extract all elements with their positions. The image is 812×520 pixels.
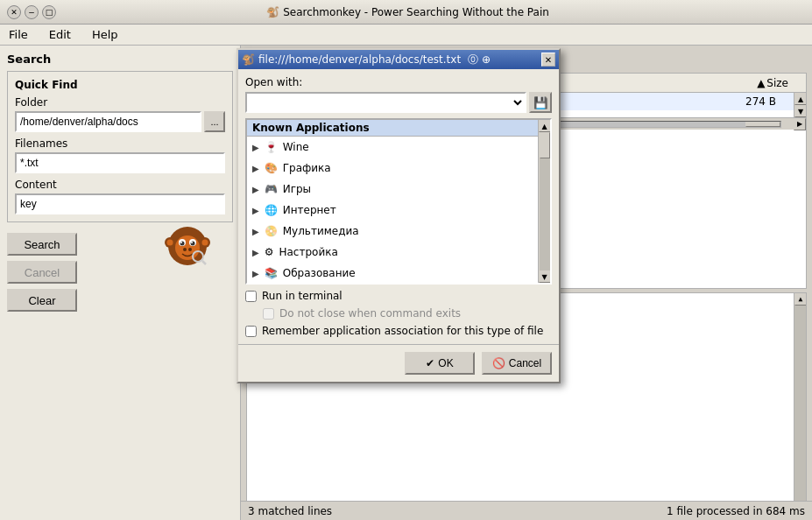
multimedia-icon: 📀 — [265, 225, 278, 237]
dialog-close-button[interactable]: ✕ — [541, 53, 555, 67]
ok-label: OK — [438, 357, 453, 369]
open-with-select[interactable] — [245, 92, 526, 113]
dialog-cancel-button[interactable]: 🚫 Cancel — [482, 352, 552, 375]
cancel-icon: 🚫 — [492, 357, 505, 369]
app-list-header: Known Applications — [247, 120, 538, 137]
games-icon: 🎮 — [265, 183, 278, 195]
dialog-overlay: 🐒 file:///home/denver/alpha/docs/test.tx… — [0, 0, 812, 520]
expand-arrow: ▶ — [252, 164, 259, 173]
no-close-row: Do not close when command exits — [245, 307, 552, 320]
expand-arrow: ▶ — [252, 206, 259, 215]
app-name: Игры — [283, 183, 311, 195]
dialog-body: Open with: 💾 Known Applications ▶ 🍷 Wine — [238, 69, 559, 344]
remember-row: Remember application association for thi… — [245, 325, 552, 337]
open-with-label: Open with: — [245, 76, 552, 88]
remember-checkbox[interactable] — [245, 326, 257, 337]
dialog-ok-button[interactable]: ✔ OK — [405, 352, 475, 375]
app-name: Интернет — [283, 204, 336, 216]
expand-arrow: ▶ — [252, 269, 259, 278]
list-scroll-up[interactable]: ▲ — [539, 120, 551, 132]
dialog-title-icons: ⓪ ⊕ — [468, 53, 491, 67]
app-item-graphics[interactable]: ▶ 🎨 Графика — [247, 158, 538, 179]
app-name: Образование — [283, 267, 356, 279]
app-item-settings[interactable]: ▶ ⚙ Настройка — [247, 242, 538, 263]
settings-icon: ⚙ — [265, 246, 274, 258]
app-name: Wine — [283, 141, 309, 153]
dialog-icon: 🐒 — [242, 53, 255, 66]
no-close-checkbox[interactable] — [263, 308, 274, 320]
run-terminal-checkbox[interactable] — [245, 291, 257, 302]
app-name: Настройка — [279, 246, 337, 258]
expand-arrow: ▶ — [252, 143, 259, 152]
open-with-dialog: 🐒 file:///home/denver/alpha/docs/test.tx… — [237, 48, 561, 383]
remember-label: Remember application association for thi… — [262, 325, 543, 337]
dialog-title-text: file:///home/denver/alpha/docs/test.txt — [258, 53, 461, 66]
wine-icon: 🍷 — [265, 141, 278, 153]
save-icon: 💾 — [533, 96, 548, 109]
save-association-button[interactable]: 💾 — [529, 92, 552, 113]
app-list-container: Known Applications ▶ 🍷 Wine ▶ 🎨 Графика … — [245, 118, 552, 285]
expand-arrow: ▶ — [252, 248, 259, 257]
no-close-label: Do not close when command exits — [279, 307, 461, 320]
graphics-icon: 🎨 — [265, 162, 278, 174]
app-name: Мультимедиа — [283, 225, 359, 237]
ok-icon: ✔ — [426, 357, 434, 369]
list-scroll-down[interactable]: ▼ — [539, 271, 551, 283]
list-scrollbar: ▲ ▼ — [538, 120, 550, 283]
app-name: Графика — [283, 162, 331, 174]
app-item-internet[interactable]: ▶ 🌐 Интернет — [247, 200, 538, 221]
app-item-games[interactable]: ▶ 🎮 Игры — [247, 179, 538, 200]
app-item-education[interactable]: ▶ 📚 Образование — [247, 263, 538, 283]
list-scroll-track — [540, 132, 550, 271]
app-item-wine[interactable]: ▶ 🍷 Wine — [247, 137, 538, 158]
expand-arrow: ▶ — [252, 227, 259, 236]
run-terminal-row: Run in terminal — [245, 290, 552, 302]
list-scroll-thumb[interactable] — [540, 132, 550, 158]
open-with-row: 💾 — [245, 92, 552, 113]
run-terminal-label: Run in terminal — [262, 290, 342, 302]
dialog-footer: ✔ OK 🚫 Cancel — [238, 344, 559, 382]
dialog-title-bar: 🐒 file:///home/denver/alpha/docs/test.tx… — [238, 50, 559, 69]
cancel-label: Cancel — [509, 357, 541, 369]
education-icon: 📚 — [265, 267, 278, 279]
internet-icon: 🌐 — [265, 204, 278, 216]
app-list: Known Applications ▶ 🍷 Wine ▶ 🎨 Графика … — [247, 120, 538, 283]
expand-arrow: ▶ — [252, 185, 259, 194]
app-item-multimedia[interactable]: ▶ 📀 Мультимедиа — [247, 221, 538, 242]
dialog-title: 🐒 file:///home/denver/alpha/docs/test.tx… — [242, 53, 491, 67]
